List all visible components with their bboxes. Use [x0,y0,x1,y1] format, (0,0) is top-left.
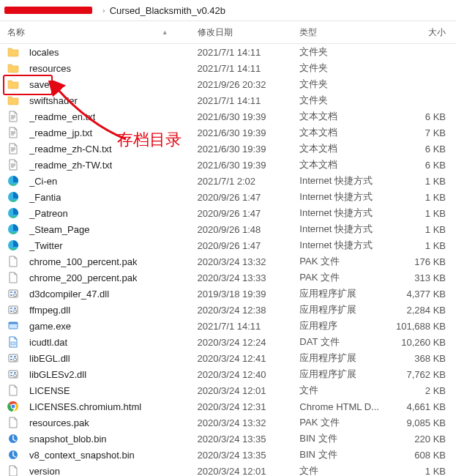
file-name: game.exe [29,321,71,332]
file-row[interactable]: _Patreon2020/9/26 1:47Internet 快捷方式1 KB [0,205,456,221]
file-name: _Twitter [29,240,63,251]
breadcrumb-current[interactable]: Cursed_Blacksmith_v0.42b [110,5,225,16]
column-header-date[interactable]: 修改日期 [198,26,300,39]
file-type: Internet 快捷方式 [299,223,387,236]
sort-ascending-icon: ▲ [162,29,168,36]
file-date: 2020/9/26 1:48 [198,224,300,235]
file-type: BIN 文件 [299,448,387,461]
file-row[interactable]: _Twitter2020/9/26 1:47Internet 快捷方式1 KB [0,237,456,253]
file-date: 2020/3/24 12:24 [198,337,300,348]
file-name: resources.pak [29,417,89,428]
file-row[interactable]: game.exe2021/7/1 14:11应用程序101,688 KB [0,318,456,334]
file-date: 2020/9/26 1:47 [198,240,300,251]
file-row[interactable]: LICENSE2020/3/24 12:01文件2 KB [0,382,456,398]
file-type: 文件夹 [299,45,387,59]
column-header-size[interactable]: 大小 [387,26,456,39]
file-row[interactable]: icudtl.dat2020/3/24 12:24DAT 文件10,260 KB [0,334,456,350]
file-list: locales2021/7/1 14:11文件夹resources2021/7/… [0,44,456,476]
file-size: 2,284 KB [387,305,456,316]
file-date: 2021/6/30 19:39 [198,111,300,122]
file-row[interactable]: _readme_jp.txt2021/6/30 19:39文本文档7 KB [0,124,456,141]
file-type: 文件夹 [299,94,387,107]
file-size: 1 KB [387,224,456,235]
file-size: 4,661 KB [387,401,456,412]
file-size: 1 KB [387,466,456,477]
file-row[interactable]: v8_context_snapshot.bin2020/3/24 13:35BI… [0,447,456,463]
file-date: 2020/3/24 13:32 [198,256,300,267]
file-type: 文件 [299,464,387,476]
file-type: 文本文档 [299,126,387,139]
file-date: 2021/7/1 14:11 [198,47,300,58]
file-type: 文本文档 [299,142,387,155]
file-type: 文件夹 [299,78,387,91]
file-row[interactable]: locales2021/7/1 14:11文件夹 [0,44,456,60]
file-row[interactable]: _readme_zh-TW.txt2021/6/30 19:39文本文档6 KB [0,157,456,173]
file-size: 6 KB [387,111,456,122]
edge-icon [7,207,19,219]
file-icon [7,256,19,267]
file-size: 176 KB [387,256,456,267]
breadcrumb[interactable]: › Cursed_Blacksmith_v0.42b [0,0,456,21]
file-size: 7,762 KB [387,369,456,380]
file-date: 2021/9/26 20:32 [198,79,300,90]
file-name: _Ci-en [29,176,57,187]
file-name: swiftshader [29,95,78,106]
file-date: 2019/3/18 19:39 [198,289,300,300]
dll-icon [7,304,19,316]
file-row[interactable]: _Steam_Page2020/9/26 1:48Internet 快捷方式1 … [0,221,456,237]
file-row[interactable]: libGLESv2.dll2020/3/24 12:40应用程序扩展7,762 … [0,366,456,382]
column-header-type[interactable]: 类型 [299,26,387,39]
file-name: locales [29,47,59,58]
file-name: icudtl.dat [29,337,67,348]
file-row[interactable]: _Fantia2020/9/26 1:47Internet 快捷方式1 KB [0,189,456,205]
file-row[interactable]: snapshot_blob.bin2020/3/24 13:35BIN 文件22… [0,431,456,447]
file-name: version [29,466,60,477]
file-size: 9,085 KB [387,417,456,428]
file-size: 608 KB [387,450,456,461]
file-type: 文件夹 [299,62,387,75]
folder-icon [7,62,19,74]
file-row[interactable]: swiftshader2021/7/1 14:11文件夹 [0,92,456,108]
file-row[interactable]: version2020/3/24 12:01文件1 KB [0,463,456,476]
file-name: _readme_zh-TW.txt [29,160,112,171]
file-size: 313 KB [387,272,456,283]
file-row[interactable]: save2021/9/26 20:32文件夹 [0,76,456,92]
file-type: Internet 快捷方式 [299,207,387,220]
chrome-icon [7,401,19,412]
file-name: _Patreon [29,208,68,219]
file-type: PAK 文件 [299,271,387,284]
file-name: ffmpeg.dll [29,305,70,316]
file-row[interactable]: ffmpeg.dll2020/3/24 12:38应用程序扩展2,284 KB [0,302,456,318]
file-row[interactable]: chrome_100_percent.pak2020/3/24 13:32PAK… [0,253,456,269]
file-row[interactable]: _readme_zh-CN.txt2021/6/30 19:39文本文档6 KB [0,141,456,157]
file-date: 2020/3/24 12:01 [198,466,300,477]
file-size: 1 KB [387,192,456,203]
edge-icon [7,191,19,203]
text-icon [7,127,19,138]
file-row[interactable]: resources2021/7/1 14:11文件夹 [0,60,456,76]
edge-icon [7,239,19,251]
file-date: 2020/9/26 1:47 [198,192,300,203]
file-size: 4,377 KB [387,289,456,300]
file-name: chrome_200_percent.pak [29,272,137,283]
file-date: 2021/7/1 14:11 [198,63,300,74]
file-date: 2021/6/30 19:39 [198,127,300,138]
file-size: 1 KB [387,240,456,251]
file-row[interactable]: chrome_200_percent.pak2020/3/24 13:33PAK… [0,269,456,286]
file-row[interactable]: LICENSES.chromium.html2020/3/24 12:31Chr… [0,398,456,414]
column-header-name[interactable]: 名称 ▲ [0,26,198,39]
file-row[interactable]: libEGL.dll2020/3/24 12:41应用程序扩展368 KB [0,350,456,366]
file-row[interactable]: resources.pak2020/3/24 13:32PAK 文件9,085 … [0,414,456,431]
file-name: _readme_jp.txt [29,127,92,138]
file-name: _Fantia [29,192,61,203]
bin-icon [7,449,19,461]
file-type: DAT 文件 [299,335,387,349]
file-type: BIN 文件 [299,432,387,445]
file-row[interactable]: d3dcompiler_47.dll2019/3/18 19:39应用程序扩展4… [0,286,456,302]
file-date: 2020/3/24 13:33 [198,272,300,283]
file-row[interactable]: _readme_en.txt2021/6/30 19:39文本文档6 KB [0,108,456,124]
file-type: Internet 快捷方式 [299,239,387,252]
file-row[interactable]: _Ci-en2021/7/1 2:02Internet 快捷方式1 KB [0,173,456,189]
file-size: 7 KB [387,127,456,138]
file-name: libGLESv2.dll [29,369,86,380]
